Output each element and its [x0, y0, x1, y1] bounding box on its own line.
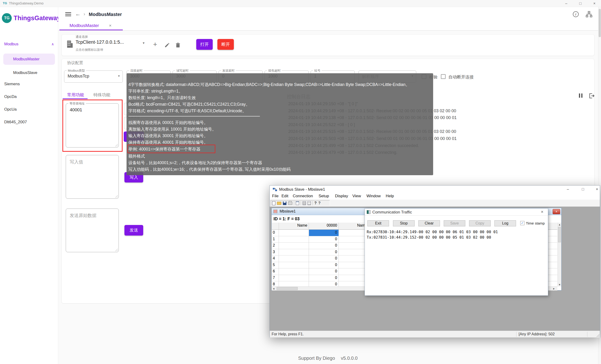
page-title: ModbusMaster: [89, 12, 122, 17]
top-bar: [58, 7, 601, 30]
scroll-right-icon[interactable]: ►: [553, 287, 555, 290]
delete-channel-icon[interactable]: [175, 42, 181, 48]
menu-setup[interactable]: Setup: [319, 194, 329, 198]
app-logo: TG: [2, 13, 12, 23]
slave-minimize-icon[interactable]: –: [563, 186, 573, 192]
col-name-2[interactable]: Name: [339, 223, 369, 230]
resize-grip[interactable]: [115, 248, 118, 251]
channel-select-value[interactable]: TcpClient-127.0.0.1:5...: [76, 40, 124, 45]
help-icon[interactable]: ?: [314, 201, 317, 205]
browser-minimize-icon[interactable]: –: [561, 0, 571, 7]
col-name[interactable]: Name: [279, 223, 309, 230]
send-button[interactable]: 发送: [124, 225, 143, 235]
display-format-icon[interactable]: [303, 201, 306, 205]
tooltip-divider: [128, 116, 260, 116]
slave-close-icon[interactable]: ×: [592, 186, 601, 192]
menu-connection[interactable]: Connection: [293, 194, 313, 198]
traffic-dialog-title: Communication Traffic: [372, 210, 412, 215]
breadcrumb-chevron-icon: ›: [84, 11, 85, 17]
auto-disconnect-checkbox[interactable]: [441, 74, 446, 79]
col-00000[interactable]: 00000: [309, 223, 339, 230]
open-file-icon[interactable]: [277, 202, 281, 205]
slave-window-titlebar[interactable]: Modbus Slave - Mbslave1 – □ ×: [270, 185, 600, 193]
pause-icon[interactable]: [579, 93, 580, 98]
channel-card: [61, 34, 594, 56]
browser-titlebar: TG ThingsGateway.Demo – □ ×: [0, 0, 601, 7]
browser-maximize-icon[interactable]: □: [576, 0, 585, 7]
sidebar-item-modbusmaster[interactable]: ModbusMaster: [3, 53, 55, 65]
menu-edit[interactable]: Edit: [281, 194, 288, 198]
traffic-dialog-titlebar[interactable]: Communication Traffic ×: [365, 209, 548, 216]
slave-maximize-icon[interactable]: □: [578, 186, 588, 192]
scroll-left-icon[interactable]: ◄: [272, 287, 275, 290]
modbus-slave-window: Modbus Slave - Mbslave1 – □ × File Edit …: [270, 185, 600, 337]
copy-button[interactable]: Copy: [469, 220, 491, 226]
edit-channel-icon[interactable]: [164, 42, 170, 48]
clear-button[interactable]: Clear: [418, 220, 440, 226]
modbus-slave-app-icon: [272, 187, 277, 192]
write-value-input[interactable]: 写入值: [66, 155, 119, 199]
info-icon[interactable]: i: [573, 11, 579, 17]
modbus-type-select[interactable]: Modbus类型 ModbusTcp ▾: [64, 71, 123, 83]
open-button[interactable]: 打开: [196, 39, 213, 50]
channel-dropdown-icon[interactable]: ▾: [143, 41, 145, 45]
traffic-dialog-icon: [367, 210, 371, 214]
scroll-down-icon[interactable]: ▼: [558, 283, 561, 286]
selected-cell[interactable]: 0: [309, 230, 339, 236]
display-list-icon[interactable]: [308, 201, 311, 205]
channel-helper-text: 点击右侧图标以新增: [76, 48, 103, 52]
new-file-icon[interactable]: [272, 201, 275, 205]
dropdown-icon: ▾: [118, 74, 120, 78]
slave-statusbar: For Help, press F1. [Any IP Address]: 50…: [270, 331, 600, 337]
traffic-close-icon[interactable]: ×: [541, 210, 543, 214]
disconnect-button[interactable]: 断开: [217, 39, 234, 50]
tab-close-icon[interactable]: ×: [109, 23, 111, 28]
auto-disconnect-checkbox-label: 自动断开连接: [448, 74, 474, 80]
mbslave1-close-icon[interactable]: ×: [553, 209, 560, 214]
save-button[interactable]: Save: [444, 220, 465, 226]
annotation-box-register-address: [62, 100, 122, 152]
favicon: TG: [3, 1, 7, 5]
tab-common-functions[interactable]: 常用功能: [67, 92, 84, 98]
stop-button[interactable]: Stop: [393, 220, 415, 226]
sidebar-item-modbusslave[interactable]: ModbusSlave: [3, 67, 55, 79]
menu-file[interactable]: File: [272, 194, 279, 198]
print-icon[interactable]: [288, 202, 292, 205]
exit-button[interactable]: Exit: [367, 220, 389, 226]
save-icon[interactable]: [283, 202, 286, 205]
menu-help[interactable]: Help: [386, 194, 394, 198]
slave-toolbar: ? ?: [270, 200, 600, 207]
menu-window[interactable]: Window: [366, 194, 381, 198]
menu-display[interactable]: Display: [335, 194, 348, 198]
timestamp-checkbox-label: Time stamp: [526, 221, 545, 225]
menu-toggle-icon[interactable]: [65, 12, 71, 16]
address-format-tooltip: 4字节数据转换格式: dataformat=ABCD;可选ABCD=>Big-E…: [127, 73, 433, 175]
sidebar-item-siemens[interactable]: Siemens: [3, 79, 55, 89]
timestamp-checkbox[interactable]: ✓: [520, 221, 524, 225]
back-icon[interactable]: ←: [75, 11, 80, 17]
add-channel-icon[interactable]: +: [153, 40, 157, 48]
scrollbar-thumb[interactable]: [599, 9, 601, 37]
channel-select-label: 通道选择: [76, 35, 88, 39]
export-log-icon[interactable]: [588, 92, 595, 99]
sidebar-item-opcda[interactable]: OpcDa: [3, 91, 55, 102]
tab-special-functions[interactable]: 特殊功能: [93, 92, 110, 98]
menu-view[interactable]: View: [352, 194, 361, 198]
scroll-up-icon[interactable]: ▲: [558, 223, 561, 226]
resize-grip[interactable]: [115, 195, 118, 198]
sidebar-group-modbus[interactable]: Modbus ∧: [3, 39, 55, 49]
tab-modbusmaster[interactable]: ModbusMaster: [70, 23, 99, 28]
sidebar-item-dlt645[interactable]: Dlt645_2007: [3, 117, 55, 127]
sidebar-item-opcua[interactable]: OpcUa: [3, 104, 55, 115]
browser-close-icon[interactable]: ×: [590, 0, 599, 7]
statusbar-help-text: For Help, press F1.: [272, 332, 304, 336]
context-help-icon[interactable]: ?: [318, 201, 321, 205]
display-window-icon[interactable]: [296, 201, 299, 205]
table-vertical-scrollbar[interactable]: ▲ ▼: [558, 223, 561, 286]
sitemap-icon[interactable]: [585, 11, 592, 18]
raw-data-input[interactable]: 发送原始数据: [66, 209, 119, 252]
statusbar-ip-text: [Any IP Address]: 502: [519, 332, 555, 336]
log-button[interactable]: Log: [494, 220, 516, 226]
browser-tab-title: ThingsGateway.Demo: [9, 1, 43, 5]
resize-grip[interactable]: [596, 334, 599, 337]
